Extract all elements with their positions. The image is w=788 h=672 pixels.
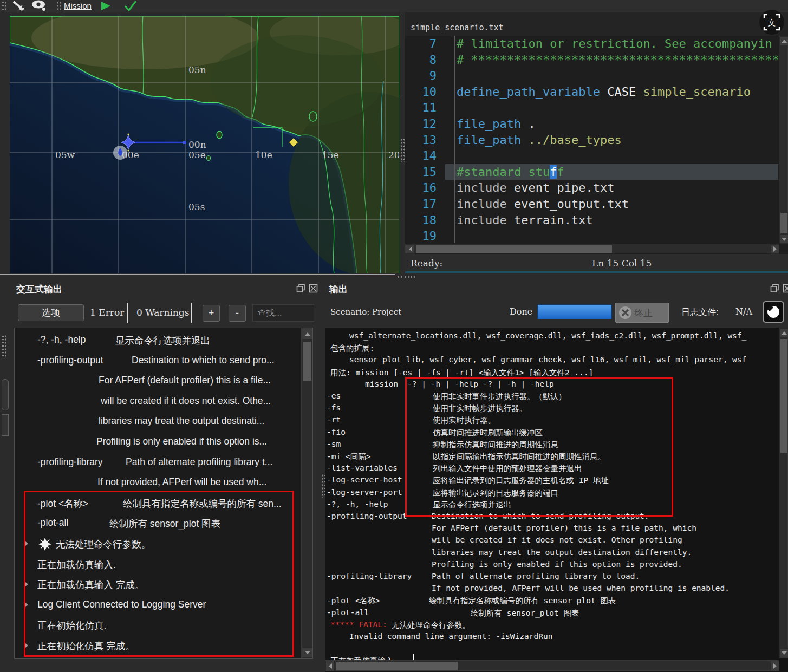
console-text: 以指定间隔输出指示仿真时间推进的周期性消息。 xyxy=(433,452,605,462)
line-number: 16 xyxy=(405,180,445,196)
bottom-panels-splitter[interactable] xyxy=(321,279,325,672)
code-line: 8# *************************************… xyxy=(405,52,778,68)
scenario-label: Scenario: Project xyxy=(330,307,401,317)
expand-arrow-icon[interactable] xyxy=(25,643,28,648)
map-view[interactable]: 05n00n05s05w00e05e10e15e20e xyxy=(10,16,399,273)
scroll-right-button[interactable] xyxy=(770,244,779,254)
console-text: For AFPerf (default profiler) this is a … xyxy=(432,524,696,532)
log-text: Path of alternate profiling library t... xyxy=(126,456,272,468)
grid-label: 15e xyxy=(322,149,339,160)
console-text: -fs xyxy=(327,403,341,412)
dock-handle[interactable] xyxy=(2,414,9,436)
toolbar-grip[interactable] xyxy=(2,1,6,11)
options-button[interactable]: 选项 xyxy=(18,304,84,321)
grid-label: 10e xyxy=(255,149,272,160)
run-check-button[interactable] xyxy=(123,1,138,14)
line-number: 8 xyxy=(405,52,445,68)
scroll-up-button[interactable] xyxy=(779,36,788,45)
output-console[interactable]: wsf_alternate_locations.dll, wsf_coverag… xyxy=(325,328,788,672)
scroll-down-button[interactable] xyxy=(779,234,788,244)
translate-button[interactable]: 文 xyxy=(759,10,784,35)
scroll-left-button[interactable] xyxy=(325,661,335,671)
dock-grip[interactable] xyxy=(2,335,6,357)
log-text: 绘制具有指定名称或编号的所有 sen... xyxy=(123,497,282,510)
log-line: 正在加载仿真输入 完成。 xyxy=(15,578,312,592)
console-text: Profiling is only enabled if this option… xyxy=(432,560,682,569)
scroll-up-button[interactable] xyxy=(302,329,313,340)
cancel-circle-icon xyxy=(618,306,632,319)
log-text: 无法处理命令行参数。 xyxy=(56,538,151,551)
editor-tab[interactable]: simple_scenario.txt xyxy=(411,23,504,32)
output-vscrollbar[interactable] xyxy=(779,328,788,658)
console-line: -profiling-outputDestination to which to… xyxy=(325,512,788,523)
console-line: For AFPerf (default profiler) this is a … xyxy=(325,524,788,534)
editor-vscrollbar[interactable] xyxy=(779,36,788,243)
output-hscrollbar[interactable] xyxy=(325,660,779,671)
run-button[interactable] xyxy=(101,1,112,13)
terrain-shade xyxy=(210,35,383,127)
scroll-right-button[interactable] xyxy=(770,661,779,671)
scroll-thumb[interactable] xyxy=(416,245,612,253)
close-button[interactable] xyxy=(783,284,788,293)
editor-code-area[interactable]: 7# limitation or restriction. See accomp… xyxy=(405,36,778,243)
scroll-down-button[interactable] xyxy=(302,647,313,658)
panels-splitter[interactable] xyxy=(0,273,788,279)
log-vscrollbar[interactable] xyxy=(301,328,312,658)
grid-label: 00n xyxy=(188,139,206,150)
zoom-out-button[interactable]: - xyxy=(229,305,246,322)
run-check-icon xyxy=(123,1,138,11)
code-text: define_path_variable CASE simple_scenari… xyxy=(445,84,778,100)
tools-button[interactable] xyxy=(11,0,26,12)
float-button[interactable] xyxy=(770,284,779,295)
log-text: -plot <名称> xyxy=(37,497,88,510)
scroll-left-button[interactable] xyxy=(406,244,415,254)
line-number: 19 xyxy=(405,228,445,243)
console-text: Path of alternate profiling library to l… xyxy=(432,572,640,580)
console-text: 显示命令行选项并退出 xyxy=(433,500,511,510)
console-line: -list-variables列出输入文件中使用的预处理器变量并退出 xyxy=(325,464,788,474)
expand-arrow-icon[interactable] xyxy=(25,603,28,607)
log-circle-button[interactable] xyxy=(763,301,784,323)
scroll-thumb[interactable] xyxy=(336,662,458,670)
terminate-button[interactable]: 终止 xyxy=(615,303,669,323)
console-text: 绘制具有指定名称或编号的所有 sensor_plot 图表 xyxy=(429,596,616,606)
console-text: libraries may treat the output destinati… xyxy=(432,548,692,557)
mission-menu[interactable]: Mission xyxy=(64,1,92,11)
scroll-down-button[interactable] xyxy=(779,648,788,657)
scroll-thumb[interactable] xyxy=(303,342,311,381)
log-line: -plot <名称>绘制具有指定名称或编号的所有 sen... xyxy=(15,497,312,511)
sparkle xyxy=(127,133,129,135)
float-button[interactable] xyxy=(296,284,305,295)
console-text: 包含的扩展: xyxy=(330,343,374,354)
line-number: 11 xyxy=(405,100,445,116)
interactive-output-log[interactable]: -?, -h, -help显示命令行选项并退出-profiling-output… xyxy=(14,328,313,659)
scroll-up-button[interactable] xyxy=(779,328,788,337)
log-text: 正在加载仿真输入. xyxy=(37,558,116,571)
map-editor-splitter[interactable] xyxy=(399,12,405,273)
search-input[interactable] xyxy=(252,304,314,322)
log-text: If not provided, AFPerf will be used wh.… xyxy=(97,477,266,488)
wrench-icon xyxy=(11,0,26,12)
console-text: -log-server-port xyxy=(327,488,402,497)
log-file-value: N/A xyxy=(735,306,752,317)
close-button[interactable] xyxy=(309,284,318,295)
zoom-in-button[interactable]: + xyxy=(203,305,220,322)
log-text: -profiling-output xyxy=(37,355,103,366)
expand-arrow-icon[interactable] xyxy=(25,541,28,546)
waypoint-marker[interactable] xyxy=(183,141,186,144)
expand-arrow-icon[interactable] xyxy=(25,582,28,586)
scroll-thumb[interactable] xyxy=(780,213,787,233)
scroll-thumb[interactable] xyxy=(780,339,787,453)
console-text: 使用非实时事件步进执行器。（默认） xyxy=(433,392,566,402)
code-text xyxy=(445,148,778,164)
console-line: -plot-all绘制所有 sensor_plot 图表 xyxy=(325,608,788,619)
editor-hscrollbar[interactable] xyxy=(405,244,779,253)
console-text: -?, -h, -help xyxy=(327,500,388,508)
console-text: Destination to which to send profiling o… xyxy=(432,512,649,520)
dock-handle[interactable] xyxy=(2,379,9,410)
view-button[interactable] xyxy=(30,0,48,12)
log-line: If not provided, AFPerf will be used wh.… xyxy=(15,477,312,491)
editor-tab-bar: simple_scenario.txt xyxy=(405,12,788,36)
float-icon xyxy=(296,284,305,293)
toolbar-grip[interactable] xyxy=(56,1,61,11)
